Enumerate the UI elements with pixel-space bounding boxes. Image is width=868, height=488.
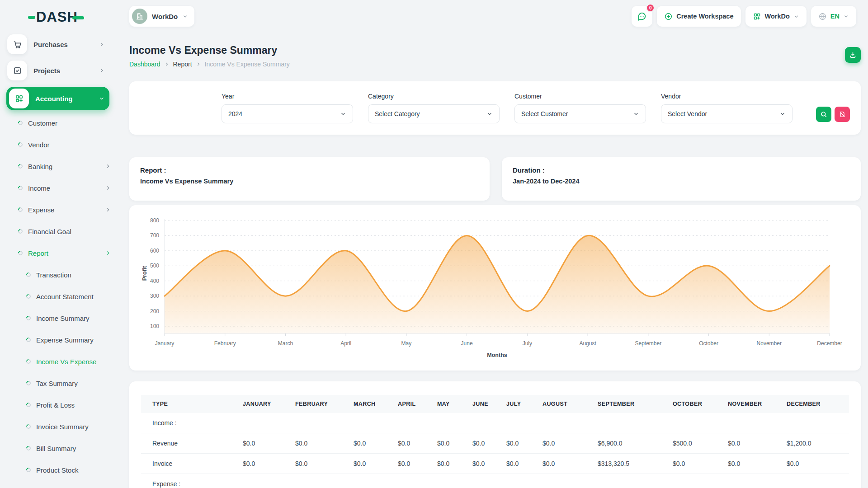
language-selector[interactable]: EN — [811, 6, 856, 27]
sidebar-item-income-vs-expense[interactable]: Income Vs Expense — [0, 351, 116, 372]
sidebar-item-bill-summary[interactable]: Bill Summary — [0, 437, 116, 459]
report-table-card: TYPEJANUARYFEBRUARYMARCHAPRILMAYJUNEJULY… — [129, 381, 861, 488]
bullet-icon — [17, 228, 24, 235]
category-label: Category — [368, 93, 500, 100]
cell-value: $0.0 — [472, 433, 506, 454]
income-vs-expense-table: TYPEJANUARYFEBRUARYMARCHAPRILMAYJUNEJULY… — [141, 395, 849, 488]
brand-logo-text: DASH — [36, 9, 78, 25]
sidebar-item-tax-summary[interactable]: Tax Summary — [0, 372, 116, 394]
column-header-april: APRIL — [398, 395, 437, 413]
modules-icon — [9, 89, 29, 108]
column-header-type: TYPE — [141, 395, 243, 413]
table-row-invoice: Invoice$0.0$0.0$0.0$0.0$0.0$0.0$0.0$0.0$… — [141, 454, 849, 474]
messages-button[interactable]: 0 — [632, 6, 652, 27]
cell-value: $0.0 — [472, 454, 506, 474]
reset-filter-button[interactable] — [835, 107, 850, 122]
category-select-value: Select Category — [375, 110, 420, 117]
cell-value: $313,320.5 — [598, 454, 673, 474]
svg-text:Profit: Profit — [142, 266, 148, 281]
cell-value: $0.0 — [787, 454, 849, 474]
sidebar-item-projects[interactable]: Projects — [7, 61, 109, 80]
summary-cards: Report : Income Vs Expense Summary Durat… — [129, 157, 861, 201]
bullet-icon — [25, 315, 32, 321]
svg-text:600: 600 — [150, 248, 159, 254]
sidebar-item-product-stock[interactable]: Product Stock — [0, 459, 116, 481]
sidebar-item-accounting[interactable]: Accounting — [6, 87, 109, 110]
create-workspace-label: Create Workspace — [676, 13, 733, 20]
cell-value: $0.0 — [542, 433, 598, 454]
sidebar-item-report[interactable]: Report — [0, 242, 116, 264]
customer-select[interactable]: Select Customer — [514, 104, 646, 123]
cell-value: $500.0 — [673, 433, 728, 454]
customer-select-value: Select Customer — [521, 110, 568, 117]
workspace-switcher[interactable]: WorkDo — [129, 6, 194, 27]
duration-card-value: Jan-2024 to Dec-2024 — [513, 178, 850, 185]
sidebar-item-vendor[interactable]: Vendor — [0, 134, 116, 155]
cell-value: $0.0 — [728, 454, 787, 474]
search-icon — [820, 111, 827, 118]
report-card-value: Income Vs Expense Summary — [140, 178, 479, 185]
category-select[interactable]: Select Category — [368, 104, 500, 123]
svg-text:300: 300 — [150, 293, 159, 299]
breadcrumb-item-dashboard[interactable]: Dashboard — [129, 61, 160, 68]
vendor-select[interactable]: Select Vendor — [661, 104, 793, 123]
sidebar-item-label: Expense Summary — [36, 336, 116, 344]
sidebar-item-income-summary[interactable]: Income Summary — [0, 307, 116, 329]
cell-value: $0.0 — [437, 454, 472, 474]
section-label: Income : — [141, 413, 849, 433]
workdo-menu-label: WorkDo — [765, 13, 790, 20]
cell-value: $0.0 — [398, 433, 437, 454]
sidebar-item-cash-flow[interactable]: Cash Flow — [0, 481, 116, 488]
sidebar-item-customer[interactable]: Customer — [0, 112, 116, 134]
column-header-july: JULY — [506, 395, 542, 413]
cell-value: $0.0 — [673, 454, 728, 474]
column-header-june: JUNE — [472, 395, 506, 413]
chat-icon — [637, 11, 647, 21]
column-header-december: DECEMBER — [787, 395, 849, 413]
sidebar-item-financial-goal[interactable]: Financial Goal — [0, 221, 116, 242]
download-button[interactable] — [845, 47, 861, 63]
chevron-down-icon — [793, 14, 799, 19]
cell-value: $0.0 — [295, 433, 354, 454]
sidebar-item-income[interactable]: Income — [0, 177, 116, 199]
cell-value: $6,900.0 — [598, 433, 673, 454]
sidebar-item-account-statement[interactable]: Account Statement — [0, 286, 116, 307]
sidebar-item-profit-loss[interactable]: Profit & Loss — [0, 394, 116, 416]
page-header: Income Vs Expense Summary DashboardRepor… — [129, 44, 861, 68]
sidebar-item-banking[interactable]: Banking — [0, 155, 116, 177]
sidebar-item-label: Account Statement — [36, 293, 116, 300]
brand-logo[interactable]: DASH — [0, 0, 116, 34]
chevron-down-icon — [182, 14, 188, 19]
globe-icon — [818, 12, 827, 21]
chevron-right-icon — [196, 61, 201, 67]
chevron-down-icon — [843, 14, 849, 19]
reset-icon — [839, 111, 846, 118]
sidebar-item-expense[interactable]: Expense — [0, 199, 116, 221]
svg-text:July: July — [523, 340, 532, 347]
bullet-icon — [17, 120, 24, 126]
sidebar-item-transaction[interactable]: Transaction — [0, 264, 116, 286]
sidebar-item-expense-summary[interactable]: Expense Summary — [0, 329, 116, 351]
workdo-menu-button[interactable]: WorkDo — [745, 6, 807, 27]
language-code: EN — [830, 13, 840, 20]
year-select-value: 2024 — [228, 110, 242, 117]
svg-text:May: May — [401, 340, 412, 347]
bullet-icon — [25, 445, 32, 451]
filter-actions — [816, 107, 850, 122]
apply-filter-button[interactable] — [816, 107, 831, 122]
create-workspace-button[interactable]: Create Workspace — [657, 6, 741, 27]
column-header-october: OCTOBER — [673, 395, 728, 413]
sidebar-item-invoice-summary[interactable]: Invoice Summary — [0, 416, 116, 437]
sidebar-item-purchases[interactable]: Purchases — [7, 34, 109, 54]
breadcrumb-item-report[interactable]: Report — [173, 61, 192, 68]
table-header-row: TYPEJANUARYFEBRUARYMARCHAPRILMAYJUNEJULY… — [141, 395, 849, 413]
svg-text:100: 100 — [150, 323, 159, 329]
sidebar-item-label: Income Summary — [36, 314, 116, 322]
report-card-title: Report : — [140, 166, 479, 174]
cell-value: $0.0 — [243, 454, 295, 474]
year-select[interactable]: 2024 — [222, 104, 353, 123]
section-label: Expense : — [141, 474, 849, 488]
bullet-icon — [17, 185, 24, 191]
cell-value: $0.0 — [542, 454, 598, 474]
sidebar-item-label: Bill Summary — [36, 445, 116, 452]
